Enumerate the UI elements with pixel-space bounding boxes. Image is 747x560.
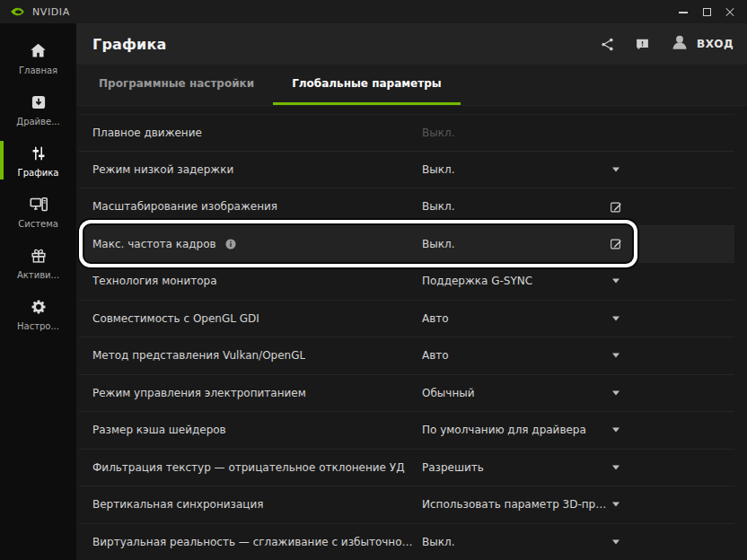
- sidebar-item-label: Настро...: [17, 321, 59, 331]
- chevron-down-icon[interactable]: [608, 534, 623, 549]
- setting-label: Технология монитора: [92, 275, 217, 287]
- setting-label: Макс. частота кадров: [92, 238, 216, 250]
- setting-row[interactable]: Режим низкой задержкиВыкл.: [79, 152, 734, 189]
- sidebar-item-settings[interactable]: Настро...: [0, 288, 76, 339]
- setting-value: Авто: [422, 312, 449, 325]
- system-icon: [29, 195, 48, 214]
- setting-value: Авто: [422, 349, 449, 362]
- app-body: ГлавнаяДрайве...ГрафикаСистемаАктиви...Н…: [0, 23, 747, 560]
- sidebar-item-system[interactable]: Система: [0, 186, 76, 237]
- sidebar-item-drivers[interactable]: Драйве...: [0, 83, 76, 135]
- chevron-down-icon[interactable]: [608, 497, 623, 512]
- sidebar-item-label: Система: [18, 219, 58, 229]
- titlebar-branding: NVIDIA: [10, 4, 70, 21]
- setting-value: Выкл.: [422, 200, 454, 213]
- sliders-icon: [29, 144, 48, 163]
- info-icon[interactable]: [224, 238, 237, 250]
- tab-global-settings[interactable]: Глобальные параметры: [273, 65, 460, 105]
- setting-label: Метод представления Vulkan/OpenGL: [92, 349, 305, 362]
- setting-label: Фильтрация текстур — отрицательное откло…: [92, 461, 405, 474]
- gear-icon: [30, 297, 48, 317]
- edit-icon[interactable]: [608, 199, 623, 214]
- nvidia-logo-icon: [10, 4, 25, 21]
- setting-label: Плавное движение: [92, 127, 202, 139]
- setting-row[interactable]: Размер кэша шейдеровПо умолчанию для дра…: [79, 412, 734, 450]
- share-icon[interactable]: [600, 37, 615, 52]
- tab-program-settings[interactable]: Программные настройки: [80, 65, 273, 105]
- setting-value: Разрешить: [422, 461, 484, 474]
- setting-value: По умолчанию для драйвера: [422, 424, 586, 436]
- setting-label: Режим управления электропитанием: [92, 387, 306, 399]
- chevron-down-icon[interactable]: [608, 459, 623, 475]
- titlebar: NVIDIA: [0, 0, 747, 23]
- nvidia-app-window: NVIDIA ГлавнаяДрайве...ГрафикаСистемаАкт…: [0, 0, 747, 560]
- close-button[interactable]: [725, 6, 736, 18]
- setting-value: Выкл.: [422, 127, 454, 139]
- setting-value: Выкл.: [422, 238, 454, 250]
- sidebar: ГлавнаяДрайве...ГрафикаСистемаАктиви...Н…: [0, 23, 76, 560]
- window-controls: [678, 6, 736, 18]
- tabbar: Программные настройкиГлобальные параметр…: [76, 65, 747, 106]
- setting-row[interactable]: Метод представления Vulkan/OpenGLАвто: [79, 337, 734, 375]
- minimize-button[interactable]: [678, 6, 690, 18]
- chevron-down-icon[interactable]: [608, 311, 623, 326]
- header-actions: ВХОД: [600, 32, 734, 56]
- setting-row[interactable]: Макс. частота кадровВыкл.: [79, 226, 734, 264]
- setting-value: Выкл.: [422, 163, 454, 176]
- chevron-down-icon[interactable]: [608, 274, 623, 289]
- settings-list: Плавное движениеВыкл.Режим низкой задерж…: [79, 106, 734, 560]
- setting-row[interactable]: Технология монитораПоддержка G-SYNC: [79, 263, 734, 301]
- chevron-down-icon[interactable]: [608, 385, 623, 400]
- setting-label: Размер кэша шейдеров: [92, 424, 226, 436]
- setting-value: Обычный: [422, 387, 475, 399]
- download-icon: [30, 92, 48, 112]
- setting-label: Вертикальная синхронизация: [92, 498, 263, 511]
- setting-row[interactable]: Масштабирование изображенияВыкл.: [79, 188, 734, 226]
- setting-label: Масштабирование изображения: [92, 200, 277, 213]
- chevron-down-icon[interactable]: [608, 162, 623, 177]
- sidebar-item-label: Главная: [19, 66, 57, 75]
- setting-value: Использовать параметр 3D-прило...: [422, 498, 612, 511]
- sidebar-item-label: Драйве...: [16, 117, 59, 127]
- login-button[interactable]: ВХОД: [670, 32, 734, 56]
- window-title: NVIDIA: [32, 6, 70, 18]
- page-header: Графика ВХОД: [76, 23, 747, 65]
- sidebar-item-home[interactable]: Главная: [0, 32, 76, 83]
- main-panel: Графика ВХОД Программные настройкиГлобал…: [76, 23, 747, 560]
- edit-icon[interactable]: [608, 236, 623, 251]
- setting-row[interactable]: Вертикальная синхронизацияИспользовать п…: [79, 486, 734, 524]
- sidebar-item-activities[interactable]: Активи...: [0, 237, 76, 288]
- login-label: ВХОД: [697, 38, 734, 50]
- setting-value: Поддержка G-SYNC: [422, 275, 532, 287]
- setting-value: Выкл.: [422, 536, 454, 548]
- feedback-icon[interactable]: [635, 37, 650, 52]
- setting-row[interactable]: Совместимость с OpenGL GDIАвто: [79, 301, 734, 338]
- setting-row[interactable]: Виртуальная реальность — сглаживание с и…: [79, 524, 734, 560]
- chevron-down-icon[interactable]: [608, 348, 623, 363]
- chevron-down-icon[interactable]: [608, 423, 623, 438]
- avatar-icon: [670, 32, 690, 56]
- gift-icon: [30, 246, 48, 266]
- setting-label: Виртуальная реальность — сглаживание с и…: [92, 536, 414, 548]
- sidebar-item-label: Графика: [18, 168, 59, 178]
- setting-row: Плавное движениеВыкл.: [79, 114, 734, 152]
- page-title: Графика: [92, 36, 167, 53]
- setting-label: Режим низкой задержки: [92, 163, 233, 176]
- setting-row[interactable]: Режим управления электропитаниемОбычный: [79, 375, 734, 413]
- maximize-button[interactable]: [701, 6, 713, 18]
- sidebar-item-label: Активи...: [17, 270, 59, 280]
- setting-label: Совместимость с OpenGL GDI: [92, 312, 259, 325]
- home-icon: [29, 41, 48, 61]
- sidebar-item-graphics[interactable]: Графика: [0, 135, 76, 186]
- setting-row[interactable]: Фильтрация текстур — отрицательное откло…: [79, 450, 734, 487]
